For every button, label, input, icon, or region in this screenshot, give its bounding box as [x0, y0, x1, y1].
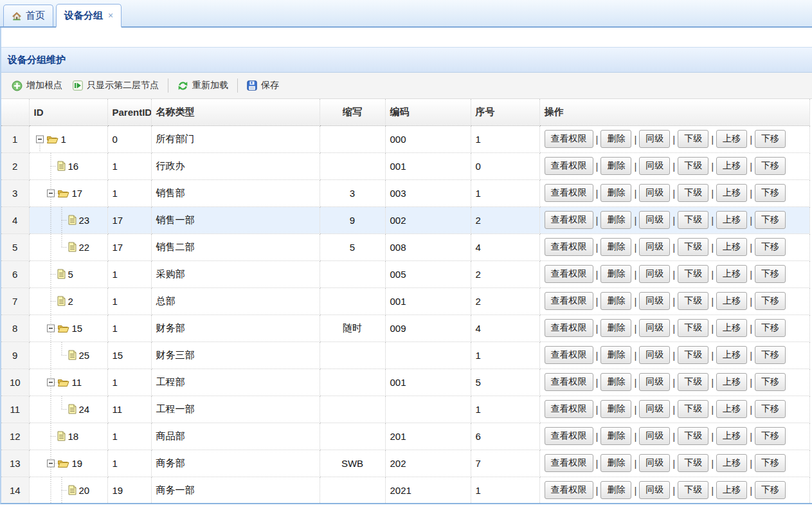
table-row[interactable]: 10111工程部0015查看权限|删除|同级|下级|上移|下移: [1, 369, 809, 396]
sibling-button[interactable]: 同级: [639, 319, 670, 337]
child-button[interactable]: 下级: [678, 184, 708, 202]
move-down-button[interactable]: 下移: [755, 346, 786, 364]
delete-button[interactable]: 删除: [600, 265, 631, 283]
sibling-button[interactable]: 同级: [639, 400, 670, 418]
table-row[interactable]: 651采购部0052查看权限|删除|同级|下级|上移|下移: [1, 260, 809, 287]
move-down-button[interactable]: 下移: [755, 265, 786, 283]
table-row[interactable]: 42317销售一部90022查看权限|删除|同级|下级|上移|下移: [1, 206, 809, 233]
column-header-6[interactable]: 序号: [471, 99, 539, 125]
table-row[interactable]: 112411工程一部1查看权限|删除|同级|下级|上移|下移: [1, 396, 809, 423]
tree-node[interactable]: 1: [30, 126, 107, 152]
move-up-button[interactable]: 上移: [716, 427, 747, 445]
child-button[interactable]: 下级: [678, 238, 708, 256]
delete-button[interactable]: 删除: [600, 481, 631, 499]
move-down-button[interactable]: 下移: [755, 211, 786, 229]
view-permissions-button[interactable]: 查看权限: [545, 157, 593, 175]
table-row[interactable]: 52217销售二部50084查看权限|删除|同级|下级|上移|下移: [1, 233, 809, 260]
move-down-button[interactable]: 下移: [755, 481, 786, 499]
sibling-button[interactable]: 同级: [639, 238, 670, 256]
expand-collapse-icon[interactable]: [35, 126, 46, 152]
tree-node[interactable]: 19: [30, 450, 107, 477]
tree-node[interactable]: 25: [30, 342, 107, 369]
view-permissions-button[interactable]: 查看权限: [545, 292, 593, 310]
move-down-button[interactable]: 下移: [755, 373, 786, 391]
child-button[interactable]: 下级: [678, 481, 708, 499]
move-down-button[interactable]: 下移: [755, 454, 786, 472]
table-row[interactable]: 12181商品部2016查看权限|删除|同级|下级|上移|下移: [1, 423, 809, 450]
move-down-button[interactable]: 下移: [755, 238, 786, 256]
expand-collapse-icon[interactable]: [46, 450, 57, 477]
add-root-button[interactable]: 增加根点: [6, 77, 68, 94]
tree-node[interactable]: 20: [30, 477, 107, 504]
delete-button[interactable]: 删除: [600, 346, 631, 364]
move-up-button[interactable]: 上移: [716, 481, 747, 499]
view-permissions-button[interactable]: 查看权限: [545, 211, 593, 229]
table-row[interactable]: 92515财务三部1查看权限|删除|同级|下级|上移|下移: [1, 342, 809, 369]
delete-button[interactable]: 删除: [600, 292, 631, 310]
sibling-button[interactable]: 同级: [639, 157, 670, 175]
move-up-button[interactable]: 上移: [716, 292, 747, 310]
expand-collapse-icon[interactable]: [46, 180, 57, 206]
table-row[interactable]: 142019商务一部20211查看权限|删除|同级|下级|上移|下移: [1, 477, 809, 504]
move-up-button[interactable]: 上移: [716, 211, 747, 229]
column-header-3[interactable]: 名称类型: [151, 99, 320, 125]
delete-button[interactable]: 删除: [600, 427, 631, 445]
tab-home[interactable]: 首页: [3, 5, 53, 26]
move-down-button[interactable]: 下移: [755, 184, 786, 202]
column-header-1[interactable]: ID: [29, 99, 107, 125]
tree-node[interactable]: 11: [30, 369, 107, 396]
view-permissions-button[interactable]: 查看权限: [545, 427, 593, 445]
tree-node[interactable]: 23: [30, 207, 107, 233]
view-permissions-button[interactable]: 查看权限: [545, 130, 593, 148]
child-button[interactable]: 下级: [678, 157, 708, 175]
delete-button[interactable]: 删除: [600, 319, 631, 337]
tab-device-group[interactable]: 设备分组 ×: [56, 4, 122, 28]
move-up-button[interactable]: 上移: [716, 319, 747, 337]
delete-button[interactable]: 删除: [600, 373, 631, 391]
tree-node[interactable]: 18: [30, 423, 107, 450]
sibling-button[interactable]: 同级: [639, 265, 670, 283]
sibling-button[interactable]: 同级: [639, 292, 670, 310]
move-down-button[interactable]: 下移: [755, 292, 786, 310]
column-header-2[interactable]: ParentID: [107, 99, 151, 125]
sibling-button[interactable]: 同级: [639, 130, 670, 148]
tree-node[interactable]: 15: [30, 315, 107, 342]
delete-button[interactable]: 删除: [600, 400, 631, 418]
reload-button[interactable]: 重新加载: [172, 77, 233, 94]
delete-button[interactable]: 删除: [600, 130, 631, 148]
move-up-button[interactable]: 上移: [716, 238, 747, 256]
delete-button[interactable]: 删除: [600, 211, 631, 229]
move-down-button[interactable]: 下移: [755, 319, 786, 337]
child-button[interactable]: 下级: [678, 211, 708, 229]
view-permissions-button[interactable]: 查看权限: [545, 319, 593, 337]
view-permissions-button[interactable]: 查看权限: [545, 238, 593, 256]
tree-node[interactable]: 17: [30, 180, 107, 206]
child-button[interactable]: 下级: [678, 427, 708, 445]
child-button[interactable]: 下级: [678, 265, 708, 283]
expand-collapse-icon[interactable]: [46, 315, 57, 342]
move-up-button[interactable]: 上移: [716, 265, 747, 283]
move-up-button[interactable]: 上移: [716, 400, 747, 418]
view-permissions-button[interactable]: 查看权限: [545, 481, 593, 499]
move-up-button[interactable]: 上移: [716, 346, 747, 364]
column-header-4[interactable]: 缩写: [320, 99, 385, 125]
move-up-button[interactable]: 上移: [716, 130, 747, 148]
child-button[interactable]: 下级: [678, 373, 708, 391]
view-permissions-button[interactable]: 查看权限: [545, 373, 593, 391]
delete-button[interactable]: 删除: [600, 184, 631, 202]
sibling-button[interactable]: 同级: [639, 454, 670, 472]
column-header-7[interactable]: 操作: [539, 99, 809, 125]
tree-node[interactable]: 5: [30, 261, 107, 287]
move-up-button[interactable]: 上移: [716, 157, 747, 175]
child-button[interactable]: 下级: [678, 319, 708, 337]
save-button[interactable]: 保存: [242, 77, 284, 94]
move-up-button[interactable]: 上移: [716, 373, 747, 391]
tree-node[interactable]: 22: [30, 234, 107, 260]
sibling-button[interactable]: 同级: [639, 427, 670, 445]
tree-node[interactable]: 16: [30, 153, 107, 179]
move-down-button[interactable]: 下移: [755, 157, 786, 175]
table-row[interactable]: 13191商务部SWB2027查看权限|删除|同级|下级|上移|下移: [1, 450, 809, 477]
child-button[interactable]: 下级: [678, 292, 708, 310]
child-button[interactable]: 下级: [678, 454, 708, 472]
tree-node[interactable]: 24: [30, 396, 107, 423]
